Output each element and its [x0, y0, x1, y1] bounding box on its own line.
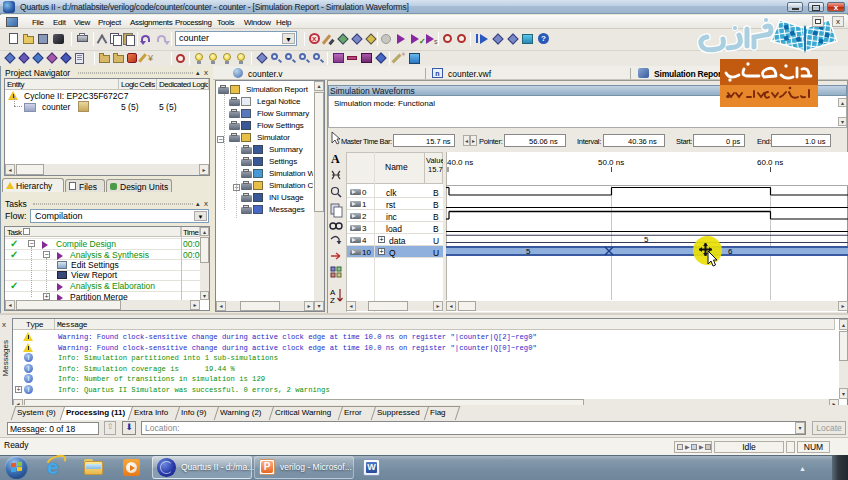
- svg-text:5: 5: [526, 247, 531, 256]
- svg-text:50.0 ns: 50.0 ns: [598, 158, 624, 167]
- svg-text:60.0 ns: 60.0 ns: [757, 158, 783, 167]
- svg-text:6: 6: [728, 247, 733, 256]
- svg-text:A: A: [331, 152, 340, 166]
- svg-text:5: 5: [644, 235, 649, 244]
- svg-text:40.0 ns: 40.0 ns: [447, 158, 473, 167]
- svg-text:Z: Z: [330, 296, 335, 305]
